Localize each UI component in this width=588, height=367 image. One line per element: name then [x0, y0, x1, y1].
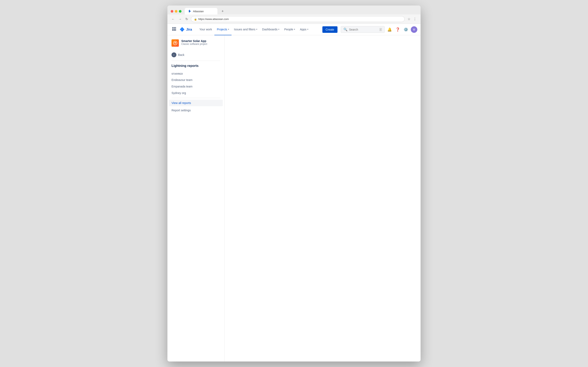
help-button[interactable]: ❓ — [394, 26, 401, 33]
gear-icon: ⚙️ — [404, 27, 408, 32]
sidebar-divider-2 — [172, 98, 220, 98]
search-icon: 🔍 — [343, 27, 347, 31]
tab-title: Atlassian — [193, 10, 204, 13]
svg-rect-2 — [175, 27, 176, 28]
bookmark-button[interactable]: ☆ — [407, 16, 411, 22]
svg-rect-8 — [175, 30, 176, 31]
back-nav-button[interactable]: ← — [171, 17, 176, 22]
notifications-button[interactable]: 🔔 — [386, 26, 393, 33]
url-bar[interactable]: 🔒 https://www.atlassian.com — [191, 16, 405, 22]
svg-rect-3 — [172, 29, 173, 30]
search-input[interactable] — [349, 28, 378, 31]
back-arrow-icon: ← — [172, 52, 176, 57]
project-icon — [172, 39, 179, 47]
nav-item-apps[interactable]: Apps ▾ — [297, 24, 311, 35]
nav-items: Your work Projects ▾ Issues and filters … — [197, 24, 322, 35]
apps-chevron-icon: ▾ — [307, 28, 308, 30]
bell-icon: 🔔 — [387, 27, 392, 32]
project-info: Smarter Solar App Classic software proje… — [181, 39, 220, 45]
sidebar-item-sydney-org[interactable]: Sydney org — [167, 90, 224, 96]
nav-right: 🔍 / 🔔 ❓ ⚙️ U — [341, 26, 417, 33]
starred-section-title: STARRED — [167, 70, 224, 77]
create-button[interactable]: Create — [322, 26, 337, 33]
browser-bar-actions: ☆ ⋮ — [407, 16, 417, 22]
minimize-button[interactable] — [175, 10, 177, 13]
project-icon-inner — [172, 39, 179, 47]
more-options-button[interactable]: ⋮ — [412, 16, 417, 22]
help-icon: ❓ — [396, 27, 400, 32]
browser-tab[interactable]: Atlassian — [185, 8, 217, 15]
sidebar-item-endeavour-team[interactable]: Endeavour team — [167, 77, 224, 83]
back-button[interactable]: ← Back — [167, 51, 224, 59]
main-layout: Smarter Solar App Classic software proje… — [167, 35, 421, 361]
search-shortcut: / — [379, 28, 382, 31]
main-panel — [225, 35, 421, 361]
search-bar[interactable]: 🔍 / — [341, 26, 385, 33]
nav-item-your-work[interactable]: Your work — [197, 24, 214, 35]
sidebar-heading: Lightning reports — [167, 62, 224, 70]
svg-rect-7 — [174, 30, 175, 31]
sidebar-divider-1 — [172, 60, 220, 61]
lock-icon: 🔒 — [194, 18, 197, 21]
project-name: Smarter Solar App — [181, 39, 220, 43]
issues-chevron-icon: ▾ — [256, 28, 257, 30]
project-type: Classic software project — [181, 43, 220, 45]
browser-window: Atlassian + ← → ↻ 🔒 https://www.atlassia… — [167, 6, 421, 361]
svg-rect-0 — [172, 27, 173, 28]
svg-rect-5 — [175, 29, 176, 30]
top-nav: Jira Your work Projects ▾ Issues and fil… — [167, 24, 421, 35]
jira-logo-text: Jira — [186, 28, 192, 31]
app-content: Jira Your work Projects ▾ Issues and fil… — [167, 24, 421, 361]
url-text: https://www.atlassian.com — [198, 17, 229, 21]
people-chevron-icon: ▾ — [294, 28, 295, 30]
address-bar: ← → ↻ 🔒 https://www.atlassian.com ☆ ⋮ — [167, 15, 421, 24]
app-switcher-button[interactable] — [171, 25, 178, 33]
nav-item-issues-filters[interactable]: Issues and filters ▾ — [232, 24, 260, 35]
view-all-reports-link[interactable]: View all reports — [169, 100, 223, 106]
sidebar-item-empanada-team[interactable]: Empanada team — [167, 83, 224, 90]
report-settings-link[interactable]: Report settings — [167, 107, 224, 114]
nav-item-dashboards[interactable]: Dashboards ▾ — [260, 24, 282, 35]
new-tab-button[interactable]: + — [220, 8, 225, 14]
forward-nav-button[interactable]: → — [178, 17, 182, 22]
maximize-button[interactable] — [179, 10, 182, 13]
refresh-button[interactable]: ↻ — [185, 16, 189, 22]
browser-titlebar: Atlassian + — [167, 6, 421, 15]
close-button[interactable] — [171, 10, 173, 13]
svg-rect-6 — [172, 30, 173, 31]
svg-rect-4 — [174, 29, 175, 30]
projects-chevron-icon: ▾ — [228, 28, 229, 30]
settings-button[interactable]: ⚙️ — [403, 26, 409, 33]
tab-favicon — [188, 9, 191, 13]
svg-rect-1 — [174, 27, 175, 28]
sidebar: Smarter Solar App Classic software proje… — [167, 35, 225, 361]
sidebar-project-info: Smarter Solar App Classic software proje… — [167, 39, 224, 51]
nav-item-people[interactable]: People ▾ — [282, 24, 297, 35]
nav-item-projects[interactable]: Projects ▾ — [214, 24, 232, 35]
jira-logo[interactable]: Jira — [179, 27, 192, 33]
traffic-lights — [171, 10, 182, 13]
dashboards-chevron-icon: ▾ — [278, 28, 279, 30]
user-avatar[interactable]: U — [411, 26, 417, 33]
